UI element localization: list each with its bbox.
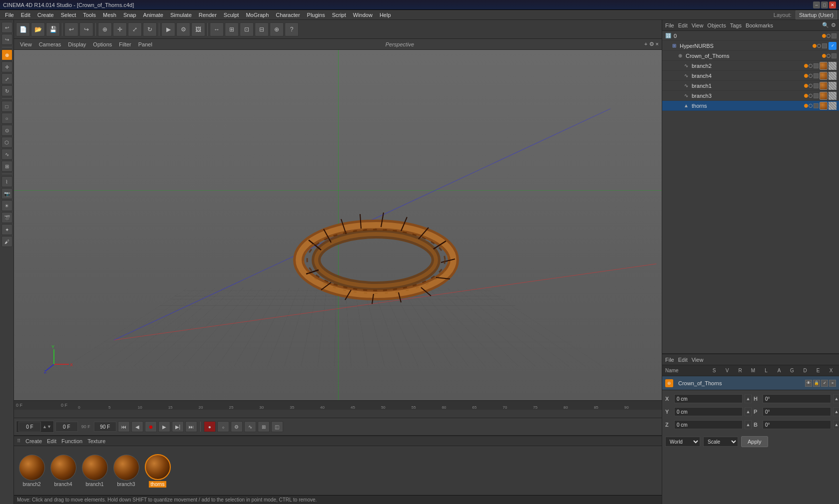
vp-settings-icon[interactable]: ⚙ <box>649 41 654 47</box>
coord-btn-b-up[interactable]: ▲ <box>833 420 839 429</box>
mat-tab-function[interactable]: Function <box>61 438 82 444</box>
redo-button[interactable]: ↪ <box>1 34 12 45</box>
rotate-tool[interactable]: ↻ <box>1 85 12 96</box>
material-branch1[interactable]: branch1 <box>81 455 108 487</box>
last-frame-btn[interactable]: ⏭ <box>185 421 197 432</box>
axis-btn[interactable]: ⊕ <box>270 22 284 36</box>
render-btn[interactable]: ▶ <box>161 22 175 36</box>
menu-window[interactable]: Window <box>350 11 376 19</box>
light-tool[interactable]: ☀ <box>1 200 12 211</box>
obj-tab-tags[interactable]: Tags <box>730 22 742 28</box>
end-frame-input[interactable] <box>94 422 116 432</box>
menu-sculpt[interactable]: Sculpt <box>221 11 242 19</box>
material-thorns[interactable]: thorns <box>144 454 171 488</box>
move-top-btn[interactable]: ✛ <box>113 22 127 36</box>
apply-button[interactable]: Apply <box>741 436 768 447</box>
transform-mode-dropdown[interactable]: Scale Position Rotation <box>703 437 738 447</box>
paint-tool[interactable]: 🖌 <box>1 236 12 247</box>
undo-button[interactable]: ↩ <box>1 22 12 33</box>
tree-item-thorns[interactable]: ▲ thorns <box>662 101 839 111</box>
anim-settings-btn[interactable]: ⚙ <box>231 421 243 432</box>
particle-tool[interactable]: ✦ <box>1 224 12 235</box>
coord-btn-y-up[interactable]: ▲ <box>745 407 752 416</box>
layout-dropdown[interactable]: Startup (User) <box>796 10 837 19</box>
obj-search-icon[interactable]: 🔍 <box>822 22 829 28</box>
props-lock-icon[interactable]: 🔒 <box>813 380 820 387</box>
coord-input-b[interactable] <box>763 420 831 429</box>
minimize-button[interactable]: – <box>813 1 820 8</box>
current-frame-input[interactable] <box>18 422 41 432</box>
props-vis-icon[interactable]: 👁 <box>805 380 812 387</box>
nurbs-tool[interactable]: ⊞ <box>1 161 12 172</box>
coord-btn[interactable]: ⊞ <box>225 22 239 36</box>
keyframe-btn[interactable]: ⬦ <box>217 421 229 432</box>
dope-btn[interactable]: ◫ <box>271 421 283 432</box>
coord-input-y[interactable] <box>674 407 743 416</box>
menu-render[interactable]: Render <box>196 11 220 19</box>
menu-plugins[interactable]: Plugins <box>304 11 328 19</box>
deformer-tool[interactable]: ⌇ <box>1 176 12 187</box>
help-btn[interactable]: ? <box>285 22 299 36</box>
props-tab-view[interactable]: View <box>692 357 704 363</box>
props-selected-item[interactable]: ⊕ Crown_of_Thorns 👁 🔒 ✓ × <box>662 376 839 390</box>
tree-item-crown[interactable]: ⊕ Crown_of_Thorns <box>662 51 839 61</box>
spline-tool[interactable]: ∿ <box>1 149 12 160</box>
menu-edit[interactable]: Edit <box>18 11 33 19</box>
live-select-btn[interactable]: ⊕ <box>98 22 112 36</box>
props-tab-edit[interactable]: Edit <box>678 357 688 363</box>
camera-tool[interactable]: 📷 <box>1 188 12 199</box>
prev-frame-btn[interactable]: ◀ <box>131 421 143 432</box>
coord-system-dropdown[interactable]: World Object Parent <box>665 437 700 447</box>
obj-settings-icon[interactable]: ⚙ <box>831 22 836 28</box>
save-btn[interactable]: 💾 <box>46 22 60 36</box>
new-scene-btn[interactable]: 📄 <box>16 22 30 36</box>
view-tab-filter[interactable]: Filter <box>116 40 134 48</box>
auto-key-btn[interactable]: ● <box>204 421 216 432</box>
mat-tab-create[interactable]: Create <box>25 438 42 444</box>
coord-input-z[interactable] <box>674 420 743 429</box>
props-x-icon[interactable]: × <box>829 380 836 387</box>
render-settings-btn[interactable]: ⚙ <box>176 22 190 36</box>
coord-btn-h-up[interactable]: ▲ <box>833 394 839 403</box>
obj-tab-bookmarks[interactable]: Bookmarks <box>746 22 773 28</box>
vp-expand-icon[interactable]: + <box>644 41 647 47</box>
sphere-tool[interactable]: ○ <box>1 113 12 124</box>
rotate-top-btn[interactable]: ↻ <box>143 22 157 36</box>
material-branch3[interactable]: branch3 <box>112 455 140 487</box>
props-check-icon[interactable]: ✓ <box>821 380 828 387</box>
close-button[interactable]: ✕ <box>829 1 836 8</box>
sym-btn[interactable]: ⊟ <box>255 22 269 36</box>
menu-script[interactable]: Script <box>329 11 349 19</box>
obj-tab-file[interactable]: File <box>665 22 674 28</box>
coord-input-p[interactable] <box>763 407 831 416</box>
view-tab-view[interactable]: View <box>17 40 35 48</box>
menu-character[interactable]: Character <box>273 11 303 19</box>
tree-item-branch2[interactable]: ∿ branch2 <box>662 61 839 71</box>
open-btn[interactable]: 📂 <box>31 22 45 36</box>
coord-btn-p-up[interactable]: ▲ <box>833 407 839 416</box>
view-tab-options[interactable]: Options <box>90 40 115 48</box>
move-tool[interactable]: ✛ <box>1 61 12 72</box>
undo-top-btn[interactable]: ↩ <box>64 22 78 36</box>
obj-tab-edit[interactable]: Edit <box>678 22 688 28</box>
first-frame-btn[interactable]: ⏮ <box>118 421 130 432</box>
coord-btn-z-up[interactable]: ▲ <box>745 420 752 429</box>
view-tab-panel[interactable]: Panel <box>135 40 155 48</box>
coord-input-h[interactable] <box>763 394 831 403</box>
menu-mograph[interactable]: MoGraph <box>243 11 272 19</box>
menu-mesh[interactable]: Mesh <box>100 11 119 19</box>
record-btn[interactable]: ⏺ <box>145 421 157 432</box>
ik-btn[interactable]: ⊞ <box>258 421 270 432</box>
menu-create[interactable]: Create <box>34 11 57 19</box>
polygon-tool[interactable]: ⬡ <box>1 137 12 148</box>
redo-top-btn[interactable]: ↪ <box>79 22 93 36</box>
snap-btn[interactable]: ⊡ <box>240 22 254 36</box>
menu-help[interactable]: Help <box>377 11 394 19</box>
scale-tool[interactable]: ⤢ <box>1 73 12 84</box>
render-to-po-btn[interactable]: 🖼 <box>191 22 205 36</box>
obj-tab-objects[interactable]: Objects <box>707 22 726 28</box>
cylinder-tool[interactable]: ⊙ <box>1 125 12 136</box>
tree-item-branch1[interactable]: ∿ branch1 <box>662 81 839 91</box>
viewport[interactable]: X Y Z <box>14 50 662 400</box>
material-branch2[interactable]: branch2 <box>18 455 45 487</box>
